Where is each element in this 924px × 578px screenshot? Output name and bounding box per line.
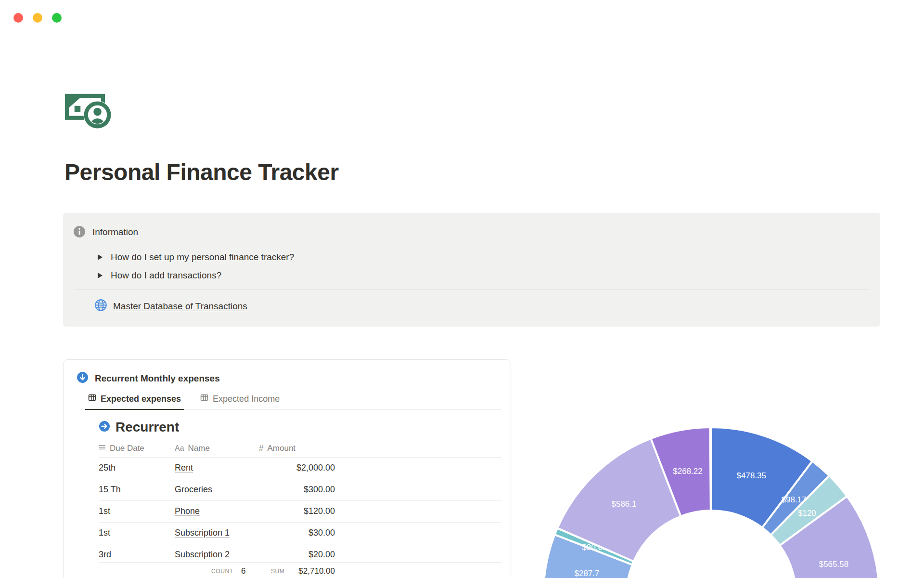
donut-segment-label: $565.58 bbox=[819, 560, 848, 569]
donut-segment-label: $287.7 bbox=[575, 569, 600, 578]
donut-segment-label: $478.35 bbox=[737, 471, 766, 480]
expenses-donut-chart: $478.35$98.17$120$565.58$287.7$30.68$586… bbox=[0, 0, 924, 578]
donut-segment-label: $120 bbox=[798, 509, 816, 518]
donut-segment-label: $268.22 bbox=[673, 467, 702, 476]
donut-segment-label: $586.1 bbox=[612, 499, 637, 509]
